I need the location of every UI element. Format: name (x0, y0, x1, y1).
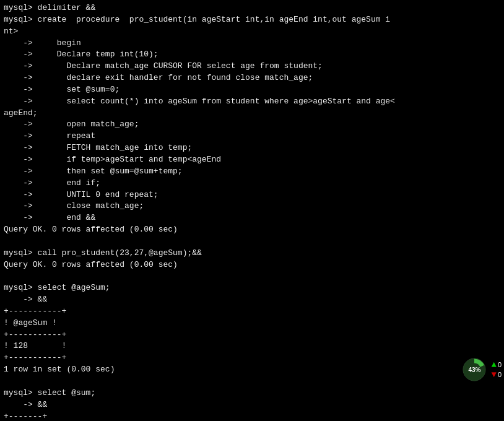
arrow-indicators: ▲ 0 ▼ 0 (491, 360, 502, 379)
terminal-line: mysql> delimiter && (4, 2, 500, 14)
terminal-line: -> select count(*) into ageSum from stud… (4, 96, 500, 108)
down-value: 0 (498, 371, 502, 378)
donut-chart: 43% (460, 355, 489, 384)
terminal-line: ageEnd; (4, 108, 500, 119)
terminal-line: mysql> call pro_student(23,27,@ageSum);&… (4, 248, 500, 259)
up-value: 0 (498, 361, 502, 368)
up-arrow-icon: ▲ (491, 360, 496, 369)
terminal-line: Query OK. 0 rows affected (0.00 sec) (4, 224, 500, 236)
status-widget: 43% ▲ 0 ▼ 0 (460, 355, 502, 384)
terminal-line: mysql> select @sum; (4, 388, 500, 399)
donut-percent-label: 43% (468, 367, 480, 373)
terminal-line: -> UNTIL 0 end repeat; (4, 189, 500, 201)
terminal-line: 1 row in set (0.00 sec) (4, 364, 500, 376)
terminal-line: +-----------+ (4, 306, 500, 318)
terminal-line: -> Declare match_age CURSOR FOR select a… (4, 61, 500, 72)
terminal-line: -> end if; (4, 178, 500, 189)
terminal-line: -> declare exit handler for not found cl… (4, 72, 500, 84)
terminal-line: mysql> create procedure pro_student(in a… (4, 14, 500, 26)
terminal-line: +-------+ (4, 411, 500, 421)
terminal-line: nt> (4, 26, 500, 38)
terminal-line: -> && (4, 399, 500, 411)
terminal-line: +-----------+ (4, 329, 500, 341)
terminal-line: -> open match_age; (4, 119, 500, 131)
terminal-line (4, 236, 500, 248)
terminal-line: Query OK. 0 rows affected (0.00 sec) (4, 259, 500, 271)
terminal-line: -> FETCH match_age into temp; (4, 142, 500, 154)
terminal-line: ! @ageSum ! (4, 318, 500, 329)
terminal-line: -> begin (4, 38, 500, 50)
down-arrow-icon: ▼ (491, 370, 496, 379)
terminal-line (4, 376, 500, 388)
terminal-line (4, 271, 500, 282)
terminal-output: mysql> delimiter &&mysql> create procedu… (4, 2, 500, 421)
terminal-line: -> Declare temp int(10); (4, 49, 500, 61)
terminal: mysql> delimiter &&mysql> create procedu… (0, 0, 504, 421)
terminal-line: -> repeat (4, 131, 500, 142)
terminal-line: +-----------+ (4, 352, 500, 364)
terminal-line: -> if temp>ageStart and temp<ageEnd (4, 154, 500, 166)
terminal-line: -> set @sum=0; (4, 84, 500, 96)
terminal-line: -> end && (4, 212, 500, 224)
terminal-line: ! 128 ! (4, 341, 500, 352)
terminal-line: -> then set @sum=@sum+temp; (4, 166, 500, 178)
terminal-line: mysql> select @ageSum; (4, 282, 500, 294)
terminal-line: -> close match_age; (4, 201, 500, 212)
terminal-line: -> && (4, 294, 500, 306)
